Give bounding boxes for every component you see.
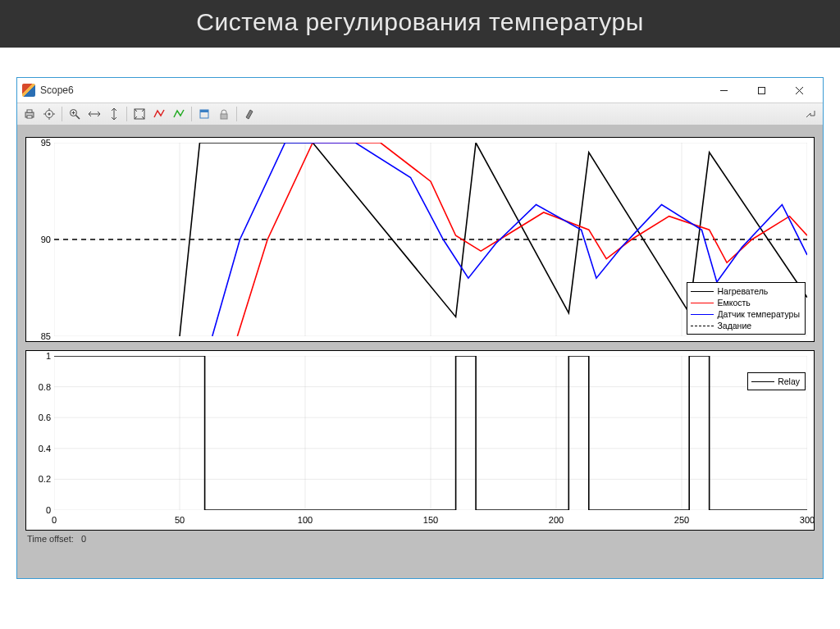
ytick: 0.4 [30,444,51,454]
highlight-icon[interactable] [240,105,258,123]
legend-label: Relay [778,376,800,387]
ytick: 85 [30,331,51,341]
signal-green-icon[interactable] [170,105,188,123]
zoom-y-icon[interactable] [105,105,123,123]
signal-red-icon[interactable] [150,105,168,123]
toolbar-separator [126,107,127,121]
svg-rect-1 [758,87,765,93]
legend-item: Relay [751,376,800,387]
scope-window: Scope6 95 90 85 [16,77,824,579]
legend-label: Нагреватель [717,285,768,297]
ytick: 0.8 [30,382,51,392]
xtick: 250 [674,515,689,525]
xtick: 150 [423,515,438,525]
window-controls [705,79,818,102]
legend-item: Задание [691,320,800,331]
ytick: 1 [30,351,51,361]
ytick: 95 [30,138,51,148]
status-bar: Time offset: 0 [25,531,815,544]
app-icon [22,84,35,97]
legend-label: Задание [717,320,751,331]
xtick: 100 [298,515,313,525]
plot-temperature[interactable]: 95 90 85 Нагреватель Емкость Датчик темп… [25,137,815,342]
xtick: 0 [52,515,57,525]
plot-relay[interactable]: 1 0.8 0.6 0.4 0.2 0 0 50 100 150 200 250… [25,350,815,531]
lock-icon[interactable] [215,105,233,123]
xtick: 300 [800,515,815,525]
status-value: 0 [81,534,86,544]
svg-rect-21 [200,110,208,112]
float-icon[interactable] [195,105,213,123]
toolbar-separator [62,107,62,121]
slide-title: Система регулирования температуры [0,0,840,48]
svg-rect-22 [221,114,227,119]
status-label: Time offset: [27,534,74,544]
axes-top: 95 90 85 Нагреватель Емкость Датчик темп… [54,143,807,336]
xtick: 200 [549,515,564,525]
ytick: 0 [30,505,51,515]
toolbar [17,103,823,125]
ytick: 90 [30,235,51,244]
zoom-x-icon[interactable] [85,105,103,123]
legend-item: Емкость [691,297,800,308]
minimize-button[interactable] [705,79,742,102]
maximize-button[interactable] [742,79,780,102]
toolbar-separator [236,107,237,121]
svg-line-14 [76,116,80,120]
zoom-in-icon[interactable] [66,105,84,123]
legend-label: Емкость [717,297,750,308]
dock-arrow-icon[interactable] [801,105,819,123]
svg-rect-6 [27,116,32,118]
legend-bot: Relay [747,372,806,390]
legend-item: Нагреватель [691,285,800,297]
ytick: 0.2 [30,474,51,484]
xtick: 50 [175,515,185,525]
legend-item: Датчик температуры [691,308,800,320]
ytick: 0.6 [30,412,51,422]
titlebar: Scope6 [17,78,823,103]
window-title: Scope6 [40,84,705,96]
axes-bot: 1 0.8 0.6 0.4 0.2 0 0 50 100 150 200 250… [54,356,807,510]
scope-body: 95 90 85 Нагреватель Емкость Датчик темп… [17,125,823,578]
settings-icon[interactable] [40,105,58,123]
svg-rect-5 [27,110,32,112]
legend-label: Датчик температуры [717,308,800,320]
toolbar-separator [191,107,192,121]
svg-point-8 [48,113,51,116]
legend-top: Нагреватель Емкость Датчик температуры З… [687,282,806,335]
print-icon[interactable] [21,105,39,123]
autoscale-icon[interactable] [130,105,148,123]
close-button[interactable] [780,79,818,102]
